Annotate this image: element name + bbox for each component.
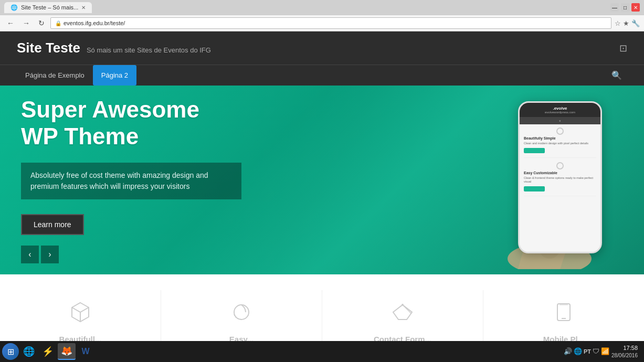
phone-mockup: .evolve evolvewordpress.com ≡ Beautifull… <box>518 101 602 253</box>
hero-description-box: Absolutely free of cost theme with amazi… <box>21 163 241 199</box>
lock-icon: 🔒 <box>55 20 61 26</box>
svg-point-7 <box>402 304 404 306</box>
site-tagline: Só mais um site Sites de Eventos do IFG <box>87 46 211 54</box>
word-icon: W <box>80 346 91 357</box>
minimize-button[interactable]: — <box>610 3 619 12</box>
site-nav: Página de Exemplo Página 2 🔍 <box>0 65 644 86</box>
address-bar[interactable]: 🔒 eventos.ifg.edu.br/teste/ <box>50 17 611 29</box>
taskbar-firefox-button[interactable]: 🦊 <box>58 343 76 360</box>
refresh-button[interactable]: ↻ <box>36 18 47 28</box>
tray-shield[interactable]: 🛡 <box>593 347 599 355</box>
phone-green-btn-1 <box>524 148 545 153</box>
prev-slide-button[interactable]: ‹ <box>21 246 39 263</box>
feature-icon-2 <box>230 301 253 328</box>
phone-section-2: Easy Customizable Clean & frontend theme… <box>524 162 596 196</box>
phone-app-header: .evolve evolvewordpress.com <box>520 103 600 117</box>
phone-section-1: Beautifully Simple Clean and modern desi… <box>524 127 596 158</box>
tray-icon-1[interactable]: 🔊 <box>564 347 572 355</box>
start-button[interactable]: ⊞ <box>2 343 19 360</box>
maximize-button[interactable]: □ <box>621 3 629 12</box>
address-text: eventos.ifg.edu.br/teste/ <box>64 20 125 26</box>
search-icon[interactable]: 🔍 <box>606 65 627 86</box>
feature-icon-4 <box>552 301 575 328</box>
phone-screen: .evolve evolvewordpress.com ≡ Beautifull… <box>520 103 600 252</box>
firefox-icon: 🦊 <box>61 345 72 357</box>
browser-titlebar: 🌐 Site Teste – Só mais... ✕ — □ ✕ <box>0 0 644 15</box>
hero-banner: Super Awesome WP Theme Absolutely free o… <box>0 86 644 274</box>
ie-icon: 🌐 <box>23 346 35 357</box>
svg-marker-5 <box>393 305 412 320</box>
browser-tab[interactable]: 🌐 Site Teste – Só mais... ✕ <box>4 2 92 13</box>
hero-content: Super Awesome WP Theme Absolutely free o… <box>0 86 325 274</box>
back-button[interactable]: ← <box>4 18 17 28</box>
bookmark-icon[interactable]: ★ <box>623 19 629 27</box>
svg-line-6 <box>403 305 411 313</box>
windows-logo: ⊞ <box>7 347 14 357</box>
forward-button[interactable]: → <box>20 18 33 28</box>
tab-close-button[interactable]: ✕ <box>81 5 86 10</box>
hero-description: Absolutely free of cost theme with amazi… <box>30 170 232 192</box>
hero-visual: .evolve evolvewordpress.com ≡ Beautifull… <box>445 91 613 269</box>
phone-icon-1 <box>556 127 564 135</box>
site-title-group: Site Teste Só mais um site Sites de Even… <box>17 40 211 56</box>
tray-language[interactable]: PT <box>584 348 591 355</box>
tab-title: Site Teste – Só mais... <box>21 4 78 10</box>
phone-icon-2 <box>556 162 564 169</box>
site-header: Site Teste Só mais um site Sites de Even… <box>0 31 644 65</box>
clock-time: 17:58 <box>611 344 638 352</box>
window-controls: — □ ✕ <box>610 3 640 12</box>
tray-icon-2[interactable]: 🌐 <box>574 347 582 355</box>
feature-icon-1 <box>69 301 92 328</box>
clock-date: 28/06/2016 <box>611 352 638 359</box>
feature-icon-3 <box>391 301 414 328</box>
nav-links: Página de Exemplo Página 2 <box>17 65 136 86</box>
nav-link-pagina-exemplo[interactable]: Página de Exemplo <box>17 65 93 86</box>
browser-toolbar-icons: ☆ ★ 🔧 <box>615 19 640 27</box>
clock[interactable]: 17:58 28/06/2016 <box>611 344 638 358</box>
phone-nav-bar: ≡ <box>520 117 600 124</box>
taskbar-word-button[interactable]: W <box>77 343 94 360</box>
hero-title: Super Awesome WP Theme <box>21 97 304 150</box>
taskbar-tray: 🔊 🌐 PT 🛡 📶 17:58 28/06/2016 <box>559 344 642 358</box>
learn-more-button[interactable]: Learn more <box>21 214 84 235</box>
browser-navbar: ← → ↻ 🔒 eventos.ifg.edu.br/teste/ ☆ ★ 🔧 <box>0 15 644 31</box>
rss-icon[interactable]: ⊡ <box>619 42 627 54</box>
close-button[interactable]: ✕ <box>631 3 640 12</box>
taskbar: ⊞ 🌐 ⚡ 🦊 W 🔊 🌐 PT 🛡 📶 17:58 28/06/2016 <box>0 341 644 362</box>
site-title: Site Teste <box>17 40 80 56</box>
phone-content: Beautifully Simple Clean and modern desi… <box>520 124 600 204</box>
tray-icon-3[interactable]: 📶 <box>601 347 609 355</box>
tools-icon[interactable]: 🔧 <box>631 19 640 27</box>
nav-link-pagina2[interactable]: Página 2 <box>93 65 136 86</box>
hero-carousel-controls: ‹ › <box>21 246 304 263</box>
tab-favicon: 🌐 <box>10 4 18 11</box>
taskbar-quicklaunch-button[interactable]: ⚡ <box>39 343 57 360</box>
website-content: Site Teste Só mais um site Sites de Even… <box>0 31 644 362</box>
star-icon[interactable]: ☆ <box>615 19 621 27</box>
system-tray: 🔊 🌐 PT 🛡 📶 <box>564 347 609 355</box>
next-slide-button[interactable]: › <box>41 246 59 263</box>
phone-green-btn-2 <box>524 186 545 191</box>
browser-window: 🌐 Site Teste – Só mais... ✕ — □ ✕ ← → ↻ … <box>0 0 644 362</box>
taskbar-ie-button[interactable]: 🌐 <box>20 343 38 360</box>
quicklaunch-icon: ⚡ <box>42 346 54 357</box>
